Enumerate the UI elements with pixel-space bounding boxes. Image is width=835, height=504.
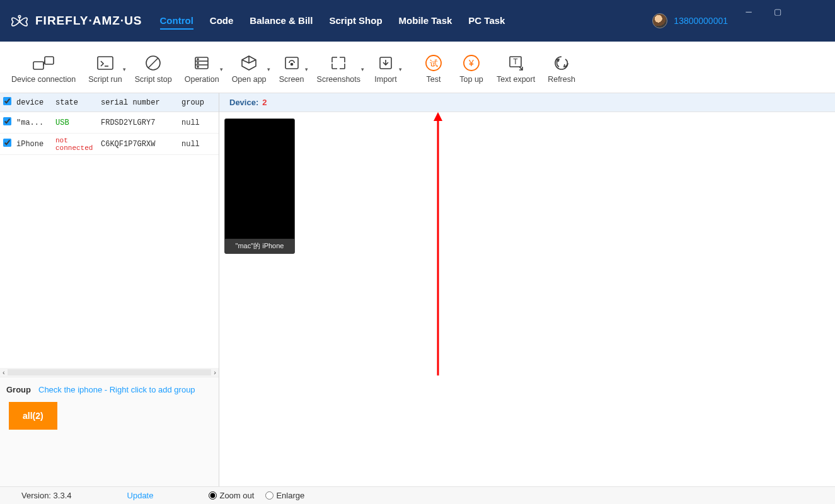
svg-point-0 bbox=[18, 16, 20, 18]
col-state: state bbox=[53, 98, 98, 107]
nav-mobile-task[interactable]: Mobile Task bbox=[399, 13, 452, 30]
horizontal-scrollbar[interactable]: ‹ › bbox=[0, 368, 219, 377]
nav-control[interactable]: Control bbox=[160, 13, 193, 30]
col-serial: serial number bbox=[98, 98, 179, 107]
avatar[interactable] bbox=[652, 13, 667, 28]
version-label: Version: bbox=[21, 491, 51, 500]
tool-script-stop[interactable]: Script stop bbox=[129, 49, 178, 86]
tool-import[interactable]: ▾ Import bbox=[367, 49, 405, 86]
row-checkbox[interactable] bbox=[3, 139, 11, 147]
col-device: device bbox=[14, 98, 53, 107]
maximize-button[interactable]: ▢ bbox=[763, 3, 792, 20]
top-right: 13800000001 ─ ▢ ✕ bbox=[652, 0, 826, 42]
svg-rect-3 bbox=[45, 57, 54, 64]
svg-text:T: T bbox=[513, 57, 518, 66]
firefly-icon bbox=[9, 10, 30, 32]
nav-pc-task[interactable]: PC Task bbox=[468, 13, 505, 30]
tool-text-export[interactable]: T Text export bbox=[490, 49, 541, 86]
phone-label: "mac"的 iPhone bbox=[225, 239, 294, 253]
select-all-checkbox[interactable] bbox=[3, 97, 11, 105]
logo: FIREFLY·AMZ·US bbox=[9, 10, 142, 32]
enlarge-radio[interactable]: Enlarge bbox=[265, 491, 304, 500]
table-row[interactable]: "ma... USB FRDSD2YLGRY7 null bbox=[0, 112, 219, 134]
content: Device: 2 "mac"的 iPhone bbox=[219, 93, 835, 486]
tool-open-app[interactable]: ▾ Open app bbox=[226, 49, 273, 86]
device-count: 2 bbox=[262, 98, 267, 107]
chevron-down-icon: ▾ bbox=[399, 66, 402, 72]
scroll-right-icon[interactable]: › bbox=[214, 369, 216, 376]
tool-top-up[interactable]: ¥ Top up bbox=[452, 49, 490, 86]
zoom-out-radio[interactable]: Zoom out bbox=[209, 491, 254, 500]
svg-line-7 bbox=[148, 58, 158, 68]
minimize-button[interactable]: ─ bbox=[734, 3, 763, 20]
username[interactable]: 13800000001 bbox=[674, 16, 728, 26]
row-checkbox[interactable] bbox=[3, 117, 11, 125]
toolbar: Device connection ▾ Script run Script st… bbox=[0, 42, 835, 93]
update-link[interactable]: Update bbox=[127, 491, 154, 500]
nav-code[interactable]: Code bbox=[210, 13, 234, 30]
device-table-header: device state serial number group bbox=[0, 93, 219, 112]
nav-script-shop[interactable]: Script Shop bbox=[329, 13, 382, 30]
phone-screen bbox=[225, 119, 294, 239]
svg-point-12 bbox=[197, 62, 199, 64]
tool-screenshots[interactable]: ▾ Screenshots bbox=[311, 49, 367, 86]
svg-text:¥: ¥ bbox=[468, 58, 474, 68]
content-header: Device: 2 bbox=[219, 93, 835, 112]
nav: Control Code Balance & Bill Script Shop … bbox=[160, 13, 505, 30]
chevron-down-icon: ▾ bbox=[267, 66, 270, 72]
tool-operation[interactable]: ▾ Operation bbox=[178, 49, 226, 86]
brand-text: FIREFLY·AMZ·US bbox=[35, 14, 142, 28]
svg-point-11 bbox=[197, 59, 199, 60]
device-thumbnail[interactable]: "mac"的 iPhone bbox=[224, 118, 295, 254]
svg-rect-4 bbox=[98, 57, 113, 69]
device-count-label: Device: bbox=[229, 98, 258, 107]
group-panel: Group Check the iphone - Right click to … bbox=[0, 377, 219, 486]
chevron-down-icon: ▾ bbox=[361, 66, 364, 72]
chevron-down-icon: ▾ bbox=[305, 66, 308, 72]
footer: Version: 3.3.4 Update Zoom out Enlarge bbox=[0, 486, 835, 504]
svg-point-13 bbox=[197, 66, 199, 67]
sidebar: device state serial number group "ma... … bbox=[0, 93, 219, 486]
group-chip-all[interactable]: all(2) bbox=[9, 402, 57, 430]
device-area: "mac"的 iPhone bbox=[219, 112, 835, 486]
group-label: Group bbox=[6, 385, 31, 394]
col-group: group bbox=[179, 98, 210, 107]
chevron-down-icon: ▾ bbox=[123, 66, 126, 72]
table-row[interactable]: iPhone not connected C6KQF1P7GRXW null bbox=[0, 134, 219, 155]
chevron-down-icon: ▾ bbox=[220, 66, 223, 72]
tool-script-run[interactable]: ▾ Script run bbox=[82, 49, 129, 86]
tool-refresh[interactable]: Refresh bbox=[541, 49, 582, 86]
tool-screen[interactable]: ▾ Screen bbox=[273, 49, 311, 86]
group-hint: Check the iphone - Right click to add gr… bbox=[38, 385, 195, 394]
scroll-left-icon[interactable]: ‹ bbox=[3, 369, 5, 376]
version-value: 3.3.4 bbox=[54, 491, 72, 500]
svg-rect-2 bbox=[33, 62, 43, 69]
svg-text:试: 试 bbox=[430, 59, 438, 68]
nav-balance[interactable]: Balance & Bill bbox=[250, 13, 313, 30]
main: device state serial number group "ma... … bbox=[0, 93, 835, 486]
annotation-arrow bbox=[432, 112, 444, 377]
topbar: FIREFLY·AMZ·US Control Code Balance & Bi… bbox=[0, 0, 835, 42]
svg-marker-24 bbox=[434, 112, 442, 121]
svg-point-15 bbox=[291, 63, 292, 65]
tool-device-connection[interactable]: Device connection bbox=[5, 49, 82, 86]
tool-test[interactable]: 试 Test bbox=[415, 49, 452, 86]
